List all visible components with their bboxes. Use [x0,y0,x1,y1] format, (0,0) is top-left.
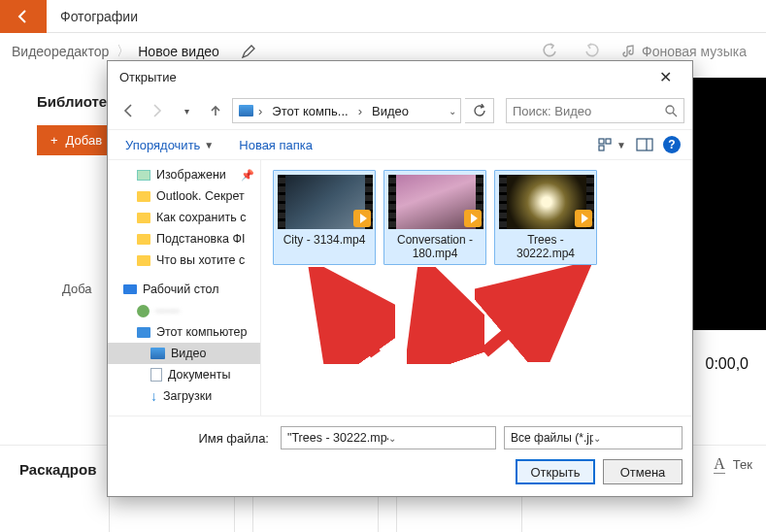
annotation-arrow-icon [308,267,395,364]
tree-item[interactable]: Подстановка ФІ [108,228,260,249]
organize-button[interactable]: Упорядочить ▼ [119,136,219,154]
filename-value: "Trees - 30222.mp4" "City - 3134 [287,431,388,445]
file-item[interactable]: Conversation - 180.mp4 [383,170,486,265]
refresh-icon [473,104,486,117]
text-tool-label: Тек [733,457,752,472]
tree-item[interactable]: Изображени📌 [108,164,260,185]
play-overlay-icon [353,210,371,227]
add-button[interactable]: + Добав [37,125,116,155]
filename-input[interactable]: "Trees - 30222.mp4" "City - 3134 ⌄ [281,426,496,449]
tree-item-downloads[interactable]: ↓Загрузки [108,385,260,407]
tree-item-pc[interactable]: Этот компьютер [108,321,260,343]
nav-up-button[interactable] [203,98,228,123]
search-placeholder: Поиск: Видео [513,104,665,118]
file-item[interactable]: City - 3134.mp4 [273,170,376,265]
preview-pane-button[interactable] [636,138,653,151]
close-icon: ✕ [659,69,672,85]
tree-item-label: Подстановка ФІ [156,232,245,246]
nav-forward-button[interactable] [145,98,170,123]
thumbnails-icon [598,138,614,151]
file-name: Trees - 30222.mp4 [499,233,592,260]
folder-icon [137,213,150,223]
new-folder-button[interactable]: Новая папка [233,136,318,154]
pc-icon [137,327,150,338]
filter-value: Все файлы (*.jpg;*.jpeg;*.thum [511,431,593,445]
cancel-button-label: Отмена [620,465,666,480]
chevron-down-icon: ▼ [616,140,626,150]
help-button[interactable]: ? [663,136,681,153]
tree-item-documents[interactable]: Документы [108,364,260,385]
tree-item[interactable]: Что вы хотите с [108,249,260,271]
tree-item-label: Документы [168,368,230,382]
tree-item-user[interactable]: —— [108,300,260,321]
play-overlay-icon [464,210,482,227]
organize-label: Упорядочить [125,138,200,152]
view-mode-button[interactable]: ▼ [598,138,626,151]
folder-icon [137,191,150,202]
svg-rect-3 [599,146,604,150]
file-item[interactable]: Trees - 30222.mp4 [494,170,597,265]
folder-tree[interactable]: Изображени📌 Outlook. Секрет Как сохранит… [108,160,261,416]
address-segment-pc[interactable]: Этот компь... [266,104,353,118]
bg-music-button[interactable]: Фоновая музыка [615,44,754,59]
nav-recent-button[interactable]: ▾ [174,98,199,123]
images-icon [137,170,150,181]
app-back-button[interactable] [0,0,47,33]
tree-item-label: Видео [171,347,207,360]
chevron-right-icon: 〉 [117,43,130,60]
file-type-filter[interactable]: Все файлы (*.jpg;*.jpeg;*.thum ⌄ [504,426,683,449]
tree-item-label: Рабочий стол [143,283,218,296]
svg-rect-4 [637,139,652,150]
search-icon [665,105,678,117]
add-button-label: Добав [66,133,102,148]
download-icon: ↓ [150,388,157,404]
folder-icon [137,234,150,245]
annotation-arrow-icon [475,265,591,362]
tree-item-label: Изображени [156,168,226,182]
breadcrumb-root[interactable]: Видеоредактор [12,44,109,59]
tree-item-label: Как сохранить с [156,211,246,224]
address-segment-folder[interactable]: Видео [366,104,415,118]
file-list-pane[interactable]: City - 3134.mp4 Conversation - 180.mp4 T… [261,160,692,416]
address-bar[interactable]: › Этот компь... › Видео ⌄ [232,98,461,123]
tree-item-video[interactable]: Видео [108,343,260,364]
breadcrumb-current[interactable]: Новое видео [138,44,219,59]
pin-icon: 📌 [241,169,260,182]
tree-item-desktop[interactable]: Рабочий стол [108,279,260,300]
storyboard-slot[interactable] [396,493,522,532]
edit-icon[interactable] [231,44,266,59]
storyboard-title: Раскадров [19,461,96,478]
text-tool-button[interactable]: A Тек [714,455,752,474]
plus-icon: + [50,133,58,148]
video-folder-icon [239,105,253,116]
text-a-icon: A [714,455,725,474]
storyboard-slot[interactable] [109,493,235,532]
search-input[interactable]: Поиск: Видео [506,98,684,123]
file-name: City - 3134.mp4 [278,233,371,247]
bg-music-label: Фоновая музыка [642,44,747,59]
user-icon [137,305,150,317]
chevron-right-icon: › [254,104,266,118]
refresh-button[interactable] [465,98,494,123]
tree-item[interactable]: Как сохранить с [108,207,260,228]
svg-rect-1 [599,139,604,144]
undo-button[interactable] [533,42,568,62]
tree-item-label: —— [155,304,180,317]
file-open-dialog: Открытие ✕ ▾ › Этот компь... › Видео ⌄ П… [107,60,693,497]
new-folder-label: Новая папка [239,138,313,152]
play-overlay-icon [575,210,592,227]
dialog-close-button[interactable]: ✕ [646,68,684,86]
cancel-button[interactable]: Отмена [603,459,683,484]
open-button[interactable]: Открыть [516,459,595,484]
open-button-label: Открыть [530,465,580,480]
storyboard-slot[interactable] [252,493,379,532]
preview-time: 0:00,0 [706,355,749,373]
address-dropdown-icon[interactable]: ⌄ [449,106,456,116]
redo-button[interactable] [574,42,609,62]
chevron-down-icon[interactable]: ⌄ [388,433,489,444]
dialog-title: Открытие [116,70,646,84]
chevron-down-icon[interactable]: ⌄ [593,433,676,444]
nav-back-button[interactable] [116,98,141,123]
desktop-icon [123,284,137,294]
tree-item[interactable]: Outlook. Секрет [108,185,260,207]
